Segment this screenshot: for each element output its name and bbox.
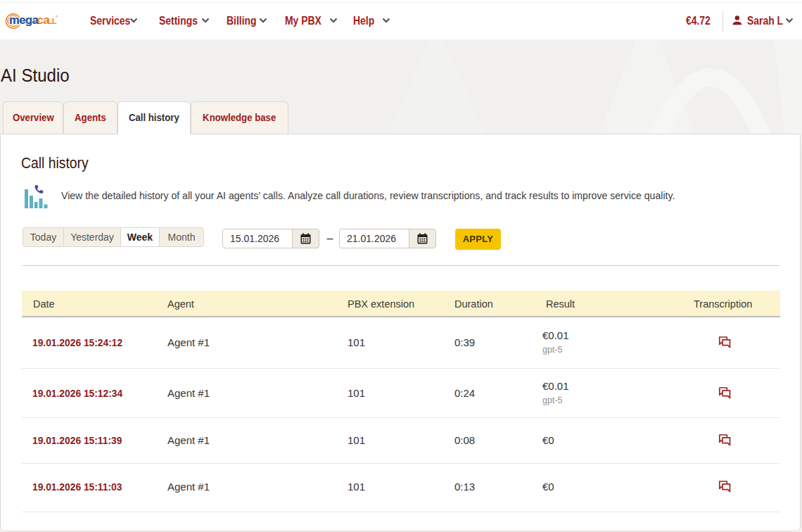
svg-text:LL: LL bbox=[48, 17, 57, 25]
svg-text:mega: mega bbox=[9, 13, 39, 26]
